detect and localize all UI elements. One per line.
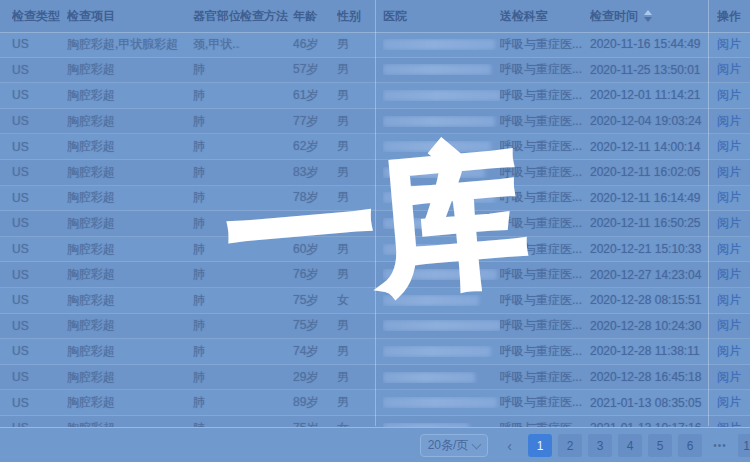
cell-age: 57岁 xyxy=(293,61,337,78)
hospital-redacted-block xyxy=(383,397,497,408)
view-images-link[interactable]: 阅片 xyxy=(717,114,741,128)
cell-gender: 男 xyxy=(337,343,383,360)
cell-department: 呼吸与重症医... xyxy=(500,394,590,411)
cell-gender: 男 xyxy=(337,394,383,411)
cell-hospital xyxy=(383,39,500,50)
pager-page-2[interactable]: 2 xyxy=(558,434,582,457)
view-images-link[interactable]: 阅片 xyxy=(717,267,741,281)
cell-department: 呼吸与重症医... xyxy=(500,317,590,334)
pagination-bar: 20条/页 ‹ 123456•••16 xyxy=(0,427,750,462)
view-images-link[interactable]: 阅片 xyxy=(717,395,741,409)
cell-organ: 肺 xyxy=(193,61,240,78)
pager-page-5[interactable]: 5 xyxy=(648,434,672,457)
cell-exam-time: 2020-12-28 16:45:18 xyxy=(590,370,717,384)
view-images-link[interactable]: 阅片 xyxy=(717,88,741,102)
cell-department: 呼吸与重症医... xyxy=(500,61,590,78)
cell-exam-time: 2020-12-21 15:10:33 xyxy=(590,242,717,256)
cell-department: 呼吸与重症医... xyxy=(500,87,590,104)
cell-department: 呼吸与重症医... xyxy=(500,266,590,283)
cell-organ: 颈,甲状... xyxy=(193,36,240,53)
column-divider-left xyxy=(375,0,376,426)
view-images-link[interactable]: 阅片 xyxy=(717,293,741,307)
cell-department: 呼吸与重症医... xyxy=(500,113,590,130)
col-header-gender: 性别 xyxy=(337,8,383,25)
pager-page-3[interactable]: 3 xyxy=(588,434,612,457)
cell-exam-time: 2020-11-16 15:44:49 xyxy=(590,37,717,51)
cell-gender: 男 xyxy=(337,113,383,130)
cell-organ: 肺 xyxy=(193,164,240,181)
cell-action: 阅片 xyxy=(717,266,750,283)
col-header-exam-time[interactable]: 检查时间 xyxy=(590,8,717,25)
page-size-select[interactable]: 20条/页 xyxy=(420,434,488,457)
cell-exam-item: 胸腔彩超 xyxy=(67,61,193,78)
cell-exam-type: US xyxy=(12,37,67,51)
cell-exam-type: US xyxy=(12,242,67,256)
cell-exam-type: US xyxy=(12,344,67,358)
sort-asc-icon xyxy=(644,10,652,15)
cell-exam-time: 2020-12-28 11:38:11 xyxy=(590,344,717,358)
cell-age: 76岁 xyxy=(293,266,337,283)
cell-exam-item: 胸腔彩超 xyxy=(67,394,193,411)
view-images-link[interactable]: 阅片 xyxy=(717,165,741,179)
cell-age: 61岁 xyxy=(293,87,337,104)
cell-age: 75岁 xyxy=(293,292,337,309)
cell-age: 46岁 xyxy=(293,36,337,53)
pager-page-6[interactable]: 6 xyxy=(678,434,702,457)
cell-hospital xyxy=(383,192,500,203)
prev-page-button[interactable]: ‹ xyxy=(498,434,521,457)
cell-gender: 男 xyxy=(337,266,383,283)
cell-organ: 肺 xyxy=(193,241,240,258)
cell-exam-time: 2020-12-28 08:15:51 xyxy=(590,293,717,307)
cell-exam-time: 2020-12-01 11:14:21 xyxy=(590,88,717,102)
hospital-redacted-block xyxy=(383,244,479,255)
cell-exam-item: 胸腔彩超 xyxy=(67,369,193,386)
pager-pages: 123456•••16 xyxy=(528,434,750,457)
cell-action: 阅片 xyxy=(717,113,750,130)
hospital-redacted-block xyxy=(383,116,495,127)
hospital-redacted-block xyxy=(383,141,491,152)
view-images-link[interactable]: 阅片 xyxy=(717,37,741,51)
view-images-link[interactable]: 阅片 xyxy=(717,139,741,153)
view-images-link[interactable]: 阅片 xyxy=(717,62,741,76)
cell-age: 29岁 xyxy=(293,369,337,386)
cell-exam-time: 2020-11-25 13:50:01 xyxy=(590,63,717,77)
cell-exam-item: 胸腔彩超 xyxy=(67,343,193,360)
cell-age: 74岁 xyxy=(293,343,337,360)
cell-age: 78岁 xyxy=(293,189,337,206)
cell-gender: 男 xyxy=(337,369,383,386)
view-images-link[interactable]: 阅片 xyxy=(717,318,741,332)
cell-department: 呼吸与重症医... xyxy=(500,343,590,360)
cell-department: 呼吸与重症医... xyxy=(500,164,590,181)
cell-action: 阅片 xyxy=(717,394,750,411)
pager-page-1[interactable]: 1 xyxy=(528,434,552,457)
column-divider-actions xyxy=(708,0,709,426)
cell-age: 77岁 xyxy=(293,113,337,130)
col-header-exam-item: 检查项目 xyxy=(67,8,193,25)
cell-organ: 肺 xyxy=(193,189,240,206)
cell-action: 阅片 xyxy=(717,164,750,181)
cell-hospital xyxy=(383,269,500,280)
cell-gender: 男 xyxy=(337,36,383,53)
hospital-redacted-block xyxy=(383,64,491,75)
page-size-label: 20条/页 xyxy=(428,437,469,454)
hospital-redacted-block xyxy=(383,295,479,306)
cell-exam-time: 2020-12-11 16:02:05 xyxy=(590,165,717,179)
view-images-link[interactable]: 阅片 xyxy=(717,190,741,204)
cell-gender: 男 xyxy=(337,241,383,258)
view-images-link[interactable]: 阅片 xyxy=(717,216,741,230)
cell-organ: 肺 xyxy=(193,87,240,104)
cell-department: 呼吸与重症医... xyxy=(500,138,590,155)
view-images-link[interactable]: 阅片 xyxy=(717,370,741,384)
view-images-link[interactable]: 阅片 xyxy=(717,344,741,358)
pager-page-4[interactable]: 4 xyxy=(618,434,642,457)
cell-exam-item: 胸腔彩超 xyxy=(67,292,193,309)
study-list-screen: 检查类型 检查项目 器官部位 检查方法 年龄 性别 医院 送检科室 检查时间 操… xyxy=(0,0,750,462)
cell-exam-type: US xyxy=(12,319,67,333)
cell-gender: 女 xyxy=(337,292,383,309)
cell-hospital xyxy=(383,397,500,408)
view-images-link[interactable]: 阅片 xyxy=(717,242,741,256)
pager-ellipsis[interactable]: ••• xyxy=(708,434,732,457)
pager-page-16[interactable]: 16 xyxy=(738,434,750,457)
col-header-exam-type: 检查类型 xyxy=(12,8,67,25)
cell-gender: 男 xyxy=(337,189,383,206)
